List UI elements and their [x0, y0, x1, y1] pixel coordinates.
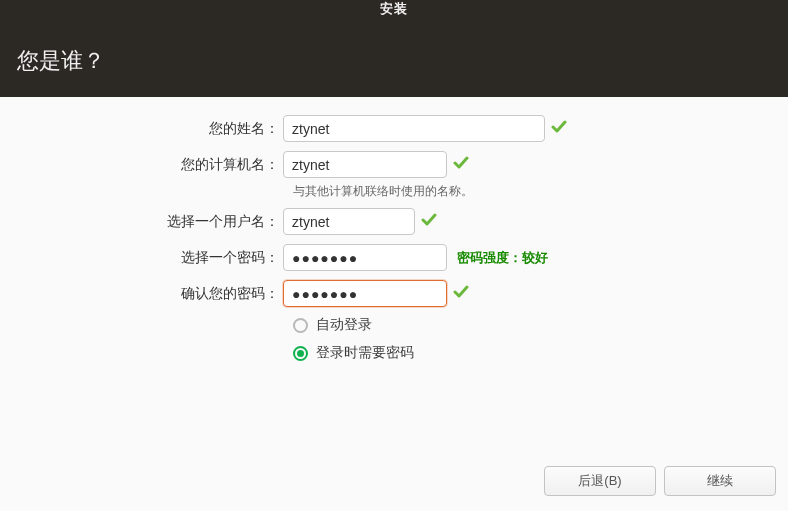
- label-pass: 选择一个密码：: [0, 249, 283, 267]
- header: 安装 您是谁？: [0, 0, 788, 97]
- form-body: 您的姓名： 您的计算机名： 与其他计算机联络时使用的名称。 选择一个用户名：: [0, 97, 788, 511]
- host-hint: 与其他计算机联络时使用的名称。: [293, 183, 788, 200]
- confirm-password-input[interactable]: [283, 280, 447, 307]
- row-name: 您的姓名：: [0, 115, 788, 142]
- check-icon: [421, 212, 437, 231]
- check-icon: [551, 119, 567, 138]
- footer: 后退(B) 继续: [544, 466, 776, 496]
- host-input[interactable]: [283, 151, 447, 178]
- row-pass: 选择一个密码： 密码强度：较好: [0, 244, 788, 271]
- login-radio-group: 自动登录 登录时需要密码: [293, 316, 788, 362]
- back-button[interactable]: 后退(B): [544, 466, 656, 496]
- label-confirm: 确认您的密码：: [0, 285, 283, 303]
- check-icon: [453, 155, 469, 174]
- label-user: 选择一个用户名：: [0, 213, 283, 231]
- radio-icon: [293, 318, 308, 333]
- radio-auto-login[interactable]: 自动登录: [293, 316, 788, 334]
- user-input[interactable]: [283, 208, 415, 235]
- page-title: 您是谁？: [17, 46, 105, 76]
- password-strength: 密码强度：较好: [457, 249, 548, 267]
- row-host: 您的计算机名：: [0, 151, 788, 178]
- password-input[interactable]: [283, 244, 447, 271]
- check-icon: [453, 284, 469, 303]
- name-input[interactable]: [283, 115, 545, 142]
- radio-label: 登录时需要密码: [316, 344, 414, 362]
- label-name: 您的姓名：: [0, 120, 283, 138]
- app-title: 安装: [380, 0, 408, 18]
- continue-button[interactable]: 继续: [664, 466, 776, 496]
- radio-require-password[interactable]: 登录时需要密码: [293, 344, 788, 362]
- label-host: 您的计算机名：: [0, 156, 283, 174]
- row-confirm: 确认您的密码：: [0, 280, 788, 307]
- radio-label: 自动登录: [316, 316, 372, 334]
- row-user: 选择一个用户名：: [0, 208, 788, 235]
- radio-icon: [293, 346, 308, 361]
